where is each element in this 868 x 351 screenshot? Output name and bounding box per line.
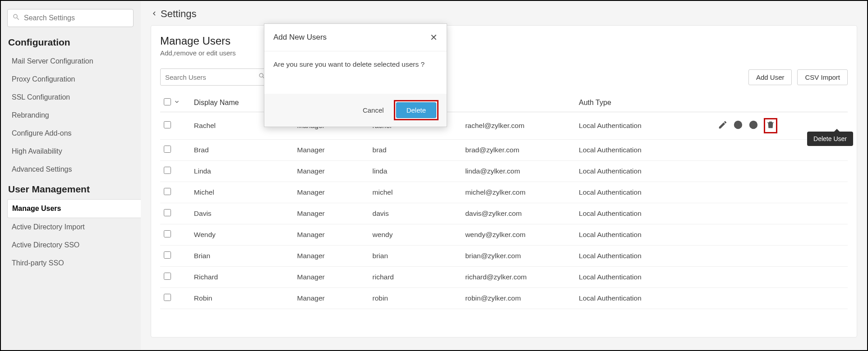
cell-role: Manager [294,182,369,203]
row-checkbox[interactable] [164,251,171,259]
table-row: LindaManagerlindalinda@zylker.comLocal A… [160,161,848,182]
cell-auth: Local Authentication [575,288,714,309]
cell-user: brad [369,140,462,161]
cell-auth: Local Authentication [575,182,714,203]
table-row: RachelManagerrachelrachel@zylker.comLoca… [160,112,848,140]
breadcrumb-label: Settings [161,8,197,20]
edit-icon[interactable] [718,120,728,132]
page-subtitle: Add,remove or edit users [160,49,848,57]
table-row: BradManagerbradbrad@zylker.comLocal Auth… [160,140,848,161]
chevron-down-icon [174,99,180,105]
cell-auth: Local Authentication [575,140,714,161]
trash-icon[interactable] [766,120,776,132]
search-users-box[interactable] [160,68,271,86]
sidebar-item-mail-server[interactable]: Mail Server Configuration [7,52,134,70]
close-icon: ✕ [430,32,438,42]
cell-auth: Local Authentication [575,161,714,182]
row-checkbox[interactable] [164,209,171,216]
sidebar-item-manage-users[interactable]: Manage Users [7,199,141,218]
cell-auth: Local Authentication [575,267,714,288]
dialog-delete-button[interactable]: Delete [396,102,436,118]
sidebar-item-ha[interactable]: High Availability [7,142,134,160]
dialog-cancel-button[interactable]: Cancel [363,106,384,114]
sidebar-item-advanced[interactable]: Advanced Settings [7,160,134,178]
cell-role: Manager [294,140,369,161]
table-row: DavisManagerdavisdavis@zylker.comLocal A… [160,203,848,224]
highlight-box [764,118,777,133]
highlight-box: Delete [394,100,439,120]
add-user-button[interactable]: Add User [748,69,792,85]
row-checkbox[interactable] [164,188,171,195]
cell-display: Davis [190,203,294,224]
search-settings-input[interactable] [24,14,129,22]
select-all[interactable] [164,98,180,105]
dialog-close-button[interactable]: ✕ [430,32,438,43]
cell-email: richard@zylker.com [462,267,575,288]
cell-auth: Local Authentication [575,246,714,267]
tooltip-delete-user: Delete User [807,132,853,146]
chevron-left-icon [151,8,161,20]
row-checkbox[interactable] [164,121,171,128]
search-icon [12,13,24,23]
col-email[interactable] [462,94,575,112]
breadcrumb[interactable]: Settings [151,8,857,20]
cell-email: davis@zylker.com [462,203,575,224]
section-user-mgmt-title: User Management [8,184,134,195]
users-table: Display Name Auth Type RachelManagerrach… [160,94,848,309]
cell-user: robin [369,288,462,309]
cell-display: Wendy [190,224,294,246]
col-auth-type[interactable]: Auth Type [575,94,714,112]
sidebar-item-addons[interactable]: Configure Add-ons [7,124,134,142]
search-users-input[interactable] [165,73,258,81]
sidebar-item-ad-sso[interactable]: Active Directory SSO [7,236,134,254]
sidebar-item-third-party-sso[interactable]: Third-party SSO [7,254,134,272]
cell-user: linda [369,161,462,182]
cell-auth: Local Authentication [575,203,714,224]
cell-email: brian@zylker.com [462,246,575,267]
sidebar: Configuration Mail Server Configuration … [1,1,141,350]
dialog-message: Are you sure you want to delete selected… [264,51,447,94]
row-checkbox[interactable] [164,146,171,153]
row-checkbox[interactable] [164,167,171,174]
table-row: RobinManagerrobinrobin@zylker.comLocal A… [160,288,848,309]
cell-role: Manager [294,267,369,288]
table-row: RichardManagerrichardrichard@zylker.comL… [160,267,848,288]
sidebar-item-ad-import[interactable]: Active Directory Import [7,218,134,236]
cell-role: Manager [294,224,369,246]
csv-import-button[interactable]: CSV Import [797,69,848,85]
cell-user: richard [369,267,462,288]
dialog-title: Add New Users [273,33,327,42]
cell-user: michel [369,182,462,203]
sidebar-item-ssl[interactable]: SSL Configuration [7,88,134,106]
row-checkbox[interactable] [164,294,171,301]
cell-email: rachel@zylker.com [462,112,575,140]
cell-role: Manager [294,203,369,224]
cell-display: Linda [190,161,294,182]
cell-user: davis [369,203,462,224]
sidebar-item-rebranding[interactable]: Rebranding [7,106,134,124]
table-row: MichelManagermichelmichel@zylker.comLoca… [160,182,848,203]
cell-display: Richard [190,267,294,288]
cell-display: Robin [190,288,294,309]
search-settings-box[interactable] [7,9,134,27]
cell-email: wendy@zylker.com [462,224,575,246]
cell-display: Michel [190,182,294,203]
cell-display: Brian [190,246,294,267]
cell-display: Brad [190,140,294,161]
cell-email: michel@zylker.com [462,182,575,203]
cell-user: wendy [369,224,462,246]
row-checkbox[interactable] [164,273,171,280]
cell-role: Manager [294,288,369,309]
row-checkbox[interactable] [164,230,171,237]
toolbar: Add User CSV Import [160,68,848,86]
table-row: BrianManagerbrianbrian@zylker.comLocal A… [160,246,848,267]
cell-email: linda@zylker.com [462,161,575,182]
cell-email: robin@zylker.com [462,288,575,309]
cell-user: brian [369,246,462,267]
sidebar-item-proxy[interactable]: Proxy Configuration [7,70,134,88]
resend-icon[interactable] [733,120,743,132]
cell-auth: Local Authentication [575,112,714,140]
cell-role: Manager [294,246,369,267]
confirm-dialog: Add New Users ✕ Are you sure you want to… [264,23,447,127]
block-icon[interactable] [748,120,758,132]
